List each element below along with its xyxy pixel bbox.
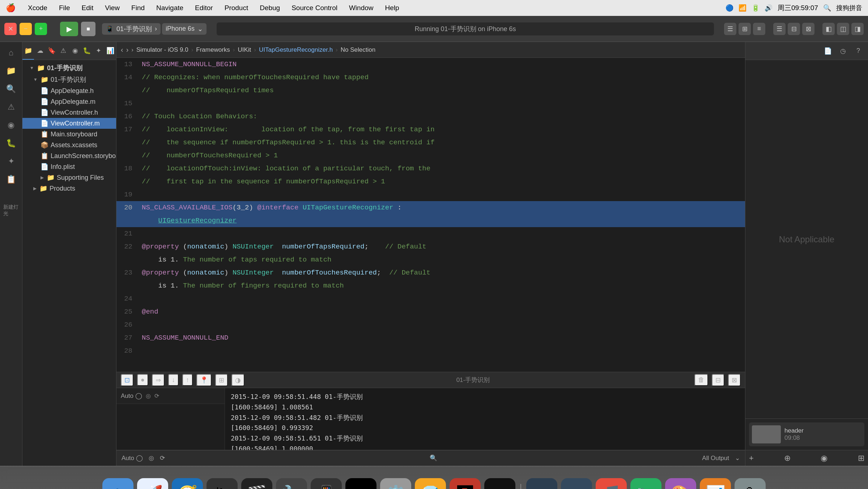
menu-file[interactable]: File xyxy=(57,3,72,13)
scheme-selector[interactable]: 📱 01-手势识别 › xyxy=(102,23,161,35)
output-chevron[interactable]: ⌄ xyxy=(735,454,740,462)
breadcrumb-frameworks[interactable]: Frameworks xyxy=(196,46,230,54)
nav-tab-files[interactable]: 📁 xyxy=(22,42,34,60)
editor-version[interactable]: ⊠ xyxy=(802,23,814,35)
nav-tab-debug[interactable]: 🐛 xyxy=(81,42,93,60)
rp-settings-btn[interactable]: ◉ xyxy=(821,454,827,463)
debug-step-out[interactable]: ↑ xyxy=(182,374,193,386)
close-button[interactable]: ✕ xyxy=(4,23,17,35)
rp-add-btn[interactable]: + xyxy=(749,454,754,463)
split-console[interactable]: ⊟ xyxy=(712,374,724,386)
tree-item-supporting[interactable]: ▶ 📁 Supporting Files xyxy=(22,172,116,183)
tree-item-launchscreen[interactable]: 📋 LaunchScreen.storyboard xyxy=(22,150,116,161)
breakpoints-btn[interactable]: ✦ xyxy=(3,153,19,169)
editor-assistant[interactable]: ⊟ xyxy=(788,23,800,35)
project-nav-extra[interactable]: 新建灯光 xyxy=(3,203,19,218)
menu-help[interactable]: Help xyxy=(383,3,401,13)
all-output-label[interactable]: All Output xyxy=(702,455,729,462)
tree-item-infoplist[interactable]: 📄 Info.plist xyxy=(22,161,116,172)
tree-item-assets[interactable]: 📦 Assets.xcassets xyxy=(22,140,116,150)
menubar-input-method[interactable]: 搜狗拼音 xyxy=(836,4,862,12)
nav-tab-source[interactable]: ☁ xyxy=(34,42,46,60)
dock-icon-stats[interactable]: 📊 xyxy=(700,478,731,489)
dock-icon-media[interactable]: ▶ xyxy=(484,478,515,489)
debug-step-over[interactable]: ⇒ xyxy=(152,374,165,386)
menu-source-control[interactable]: Source Control xyxy=(289,3,340,13)
test-btn[interactable]: ◉ xyxy=(3,117,19,133)
run-button[interactable]: ▶ xyxy=(60,22,78,36)
rp-refresh-btn[interactable]: ⊞ xyxy=(858,454,864,463)
right-panel-history[interactable]: ◷ xyxy=(837,45,849,57)
debug-step-in[interactable]: ↓ xyxy=(168,374,179,386)
dock-icon-trash[interactable]: 🗑 xyxy=(735,478,766,489)
debug-view-hierarchy[interactable]: ⊞ xyxy=(215,374,228,386)
utilities-toggle[interactable]: ≡ xyxy=(753,23,765,35)
toggle-console[interactable]: ⊠ xyxy=(728,374,741,386)
breadcrumb-selection[interactable]: No Selection xyxy=(341,46,375,54)
menu-edit[interactable]: Edit xyxy=(80,3,96,13)
dock-icon-tools[interactable]: 🔧 xyxy=(276,478,307,489)
dock-icon-mouse[interactable]: 🖱 xyxy=(207,478,238,489)
dock-icon-paint[interactable]: 🎨 xyxy=(665,478,696,489)
tree-item-appdelegate-h[interactable]: 📄 AppDelegate.h xyxy=(22,85,116,96)
tree-item-project[interactable]: ▼ 📁 01-手势识别 xyxy=(22,74,116,85)
debug-nav-btn[interactable]: 🐛 xyxy=(3,135,19,151)
breadcrumb-uikit[interactable]: UIKit xyxy=(238,46,251,54)
apple-menu[interactable]: 🍎 xyxy=(6,3,16,13)
breadcrumb-simulator[interactable]: Simulator - iOS 9.0 xyxy=(136,46,188,54)
nav-tab-breakpoints[interactable]: ✦ xyxy=(93,42,104,60)
find-btn[interactable]: 🔍 xyxy=(3,81,19,97)
breadcrumb-file[interactable]: UITapGestureRecognizer.h xyxy=(259,46,333,54)
dock-icon-settings[interactable]: ⚙️ xyxy=(380,478,411,489)
nav-tab-issues[interactable]: ⚠ xyxy=(58,42,69,60)
debug-memory[interactable]: ◑ xyxy=(231,374,244,386)
right-panel-file[interactable]: 📄 xyxy=(822,45,834,57)
dock-icon-mobile[interactable]: 📱 xyxy=(311,478,342,489)
stop-button[interactable]: ■ xyxy=(81,22,95,36)
filter-input[interactable]: 🔍 xyxy=(430,455,437,462)
thumbnail-item[interactable]: header 09:08 xyxy=(749,422,864,446)
menu-view[interactable]: View xyxy=(103,3,122,13)
dock-icon-terminal[interactable]: $_ xyxy=(345,478,376,489)
menu-product[interactable]: Product xyxy=(222,3,250,13)
clear-console[interactable]: 🗑 xyxy=(694,374,708,386)
file-nav-btn[interactable]: 📁 xyxy=(3,63,19,79)
dock-icon-safari[interactable]: 🧭 xyxy=(172,478,203,489)
right-panel-help[interactable]: ? xyxy=(852,45,864,57)
dock-icon-dvd[interactable]: 🎬 xyxy=(241,478,272,489)
nav-forward[interactable]: › xyxy=(126,46,129,54)
auto-status[interactable]: Auto ◯ xyxy=(122,454,143,462)
rp-action-btn[interactable]: ⊕ xyxy=(784,454,791,463)
dock-icon-photo[interactable]: 📷 xyxy=(630,478,661,489)
show-navigator[interactable]: ◧ xyxy=(822,23,835,35)
dock-icon-music[interactable]: 🎵 xyxy=(596,478,627,489)
menu-debug[interactable]: Debug xyxy=(258,3,282,13)
tree-item-viewcontroller-h[interactable]: 📄 ViewController.h xyxy=(22,107,116,118)
tree-item-root[interactable]: ▼ 📁 01-手势识别 xyxy=(22,62,116,74)
tree-item-appdelegate-m[interactable]: 📄 AppDelegate.m xyxy=(22,96,116,107)
dock-icon-vpn[interactable]: 🅿 xyxy=(450,478,481,489)
assistant-toggle[interactable]: ⊞ xyxy=(739,23,751,35)
debug-console[interactable]: 2015-12-09 09:58:51.448 01-手势识别 [1600:58… xyxy=(225,388,745,450)
home-btn[interactable]: ⌂ xyxy=(3,45,19,61)
dock-icon-launchpad[interactable]: 🚀 xyxy=(137,478,168,489)
nav-tab-tests[interactable]: ◉ xyxy=(69,42,81,60)
debug-simulate-location[interactable]: 📍 xyxy=(196,374,212,386)
debug-console-btn[interactable]: ⊡ xyxy=(121,374,133,386)
nav-back[interactable]: ‹ xyxy=(121,46,123,54)
tree-item-products[interactable]: ▶ 📁 Products xyxy=(22,183,116,194)
menubar-search[interactable]: 🔍 xyxy=(823,4,831,12)
device-selector[interactable]: iPhone 6s ⌄ xyxy=(162,23,207,35)
debug-continue[interactable]: ● xyxy=(137,374,148,386)
menu-window[interactable]: Window xyxy=(347,3,376,13)
warnings-btn[interactable]: ⚠ xyxy=(3,99,19,115)
tree-item-viewcontroller-m[interactable]: 📄 ViewController.m xyxy=(22,118,116,129)
report-btn[interactable]: 📋 xyxy=(3,171,19,187)
nav-tab-bookmarks[interactable]: 🔖 xyxy=(46,42,58,60)
show-utilities[interactable]: ◨ xyxy=(851,23,864,35)
menu-editor[interactable]: Editor xyxy=(193,3,215,13)
dock-icon-finder[interactable]: 🐟 xyxy=(102,478,133,489)
code-editor[interactable]: 13 NS_ASSUME_NONNULL_BEGIN 14 // Recogni… xyxy=(116,58,745,372)
dock-icon-screen1[interactable]: 🖥 xyxy=(526,478,557,489)
tree-item-mainstoryboard[interactable]: 📋 Main.storyboard xyxy=(22,129,116,140)
